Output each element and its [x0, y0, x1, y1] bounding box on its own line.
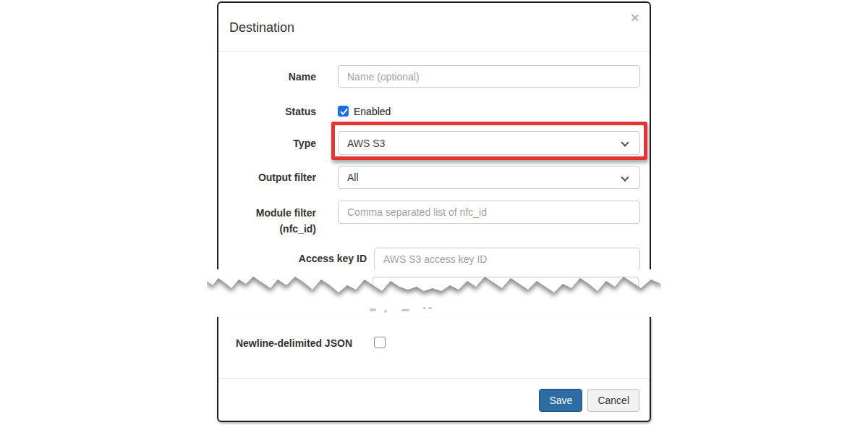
name-input[interactable]: [338, 65, 640, 88]
ndjson-checkbox[interactable]: [374, 337, 386, 348]
module-filter-label-line2: (nfc_id): [218, 221, 316, 237]
torn-text-remnant: [428, 307, 432, 309]
status-label: Status: [218, 106, 316, 117]
access-key-label: Access key ID: [218, 253, 367, 264]
checkmark-icon: [339, 107, 349, 117]
name-label: Name: [218, 71, 316, 83]
torn-paper-edge: [207, 269, 661, 317]
module-filter-label: Module filter (nfc_id): [218, 205, 316, 237]
cancel-button[interactable]: Cancel: [587, 389, 639, 412]
footer-divider: [218, 378, 650, 379]
chevron-down-icon: [621, 138, 629, 146]
torn-text-remnant: [401, 309, 409, 311]
torn-text-remnant: [370, 308, 376, 311]
output-filter-label: Output filter: [218, 172, 316, 183]
torn-text-remnant: [384, 310, 387, 313]
module-filter-label-line1: Module filter: [218, 205, 316, 221]
close-icon[interactable]: ✕: [630, 12, 639, 25]
output-filter-select-value: All: [347, 172, 359, 183]
type-select-value: AWS S3: [347, 138, 385, 149]
destination-modal-bottom: Newline-delimited JSON Save Cancel: [217, 317, 651, 422]
destination-modal: Destination ✕ Name Status Enabled Type A…: [217, 1, 651, 274]
modal-header: Destination ✕: [218, 3, 650, 52]
type-label: Type: [218, 138, 316, 149]
module-filter-input[interactable]: [338, 201, 640, 224]
status-enabled-checkbox[interactable]: [338, 106, 349, 117]
torn-text-remnant: [423, 307, 426, 309]
ndjson-label: Newline-delimited JSON: [218, 337, 352, 349]
page: Destination ✕ Name Status Enabled Type A…: [0, 0, 868, 425]
type-select[interactable]: AWS S3: [338, 131, 640, 155]
modal-title: Destination: [229, 20, 294, 35]
status-enabled-text[interactable]: Enabled: [354, 106, 391, 117]
chevron-down-icon: [621, 173, 629, 181]
modal-footer: Save Cancel: [539, 389, 639, 412]
output-filter-select[interactable]: All: [338, 166, 640, 189]
access-key-input[interactable]: [374, 248, 640, 270]
save-button[interactable]: Save: [539, 389, 582, 412]
torn-input-fragment: [373, 277, 639, 309]
